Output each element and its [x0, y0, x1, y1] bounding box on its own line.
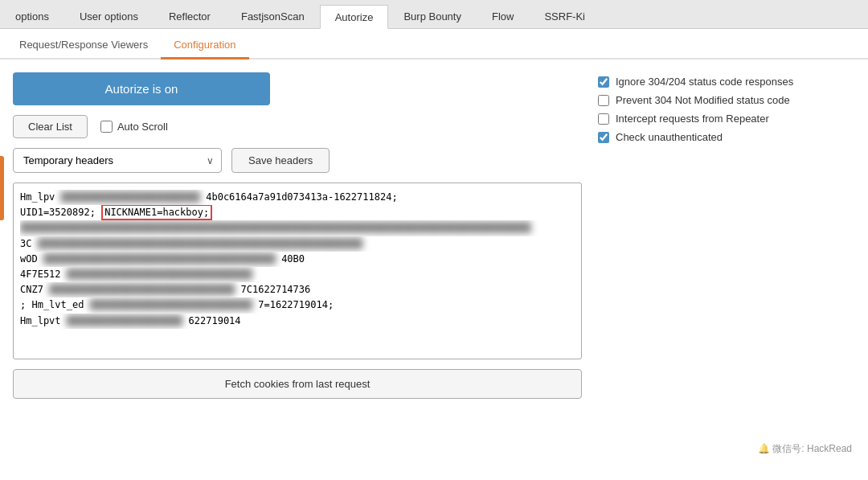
- save-headers-button[interactable]: Save headers: [231, 148, 330, 173]
- header-line-3: ████████████████████████████████████████…: [20, 220, 575, 236]
- sub-tab-bar: Request/Response Viewers Configuration: [0, 29, 868, 59]
- intercept-repeater-checkbox[interactable]: [598, 113, 609, 125]
- header-line-5: wOD ████████████████████████████████████…: [20, 252, 575, 267]
- line4-blurred: ████████████████████████████████████████…: [38, 238, 363, 249]
- header-line-1: Hm_lpv ████████████████████████ 4b0c6164…: [20, 190, 575, 205]
- line7-suffix: 7C1622714736: [241, 284, 311, 295]
- ignore-304-label: Ignore 304/204 status code responses: [616, 76, 793, 88]
- line9-blurred: ████████████████████: [67, 315, 183, 326]
- line6-prefix: 4F7E512: [20, 269, 61, 280]
- tab-fastjsonscan[interactable]: FastjsonScan: [226, 4, 320, 28]
- line8-prefix: ; Hm_lvt_ed: [20, 299, 84, 310]
- sub-tab-request-response[interactable]: Request/Response Viewers: [6, 32, 161, 59]
- content-wrapper: Autorize is on Clear List Auto Scroll Te…: [0, 59, 868, 480]
- header-line-2: UID1=3520892; NICKNAME1=hackboy;: [20, 205, 575, 220]
- auto-scroll-text: Auto Scroll: [117, 121, 168, 133]
- line5-suffix: 40B0: [281, 253, 305, 265]
- left-column: Autorize is on Clear List Auto Scroll Te…: [13, 72, 582, 467]
- sub-tab-configuration[interactable]: Configuration: [161, 32, 248, 59]
- autorize-toggle-button[interactable]: Autorize is on: [13, 72, 270, 105]
- checkbox-item-3: Intercept requests from Repeater: [598, 113, 855, 125]
- main-content: Request/Response Viewers Configuration A…: [0, 29, 868, 480]
- auto-scroll-checkbox[interactable]: [100, 121, 113, 133]
- header-line-9: Hm_lpvt ████████████████████ 622719014: [20, 314, 575, 329]
- headers-select-wrapper: Temporary headers Save headers: [13, 148, 222, 173]
- top-tab-bar: options User options Reflector FastjsonS…: [0, 0, 868, 29]
- right-column: Ignore 304/204 status code responses Pre…: [598, 72, 855, 467]
- line7-prefix: CNZ7: [20, 284, 43, 295]
- line1-suffix: 4b0c6164a7a91d073413a-1622711824;: [206, 191, 397, 203]
- tab-autorize[interactable]: Autorize: [320, 5, 389, 29]
- checkbox-item-2: Prevent 304 Not Modified status code: [598, 94, 855, 106]
- auto-scroll-label: Auto Scroll: [100, 121, 168, 133]
- tab-flow[interactable]: Flow: [477, 4, 529, 28]
- line7-blurred: ████████████████████████████████: [49, 284, 235, 295]
- line8-blurred: ████████████████████████████: [90, 299, 252, 310]
- line4-prefix: 3C: [20, 238, 31, 249]
- line1-blurred: ████████████████████████: [61, 191, 200, 203]
- header-line-4: 3C █████████████████████████████████████…: [20, 236, 575, 252]
- clear-list-button[interactable]: Clear List: [13, 115, 88, 138]
- line2-nickname-highlight: NICKNAME1=hackboy;: [101, 205, 212, 220]
- line2-uid: UID1=3520892;: [20, 207, 101, 218]
- line9-prefix: Hm_lpvt: [20, 315, 61, 326]
- tab-options[interactable]: options: [0, 4, 64, 28]
- line6-blurred: ████████████████████████████████: [67, 269, 252, 280]
- config-panel: Autorize is on Clear List Auto Scroll Te…: [0, 59, 868, 480]
- intercept-repeater-label: Intercept requests from Repeater: [616, 113, 769, 125]
- fetch-cookies-button[interactable]: Fetch cookies from last request: [13, 369, 582, 399]
- line5-prefix: wOD: [20, 253, 38, 265]
- line8-suffix: 7=1622719014;: [258, 299, 334, 310]
- check-unauthenticated-label: Check unauthenticated: [616, 131, 723, 143]
- check-unauthenticated-checkbox[interactable]: [598, 132, 609, 143]
- tab-ssrf[interactable]: SSRF-Ki: [529, 4, 600, 28]
- line3-blurred: ████████████████████████████████████████…: [20, 222, 531, 233]
- checkbox-item-1: Ignore 304/204 status code responses: [598, 76, 855, 88]
- prevent-304-label: Prevent 304 Not Modified status code: [616, 94, 790, 106]
- headers-dropdown[interactable]: Temporary headers Save headers: [13, 148, 222, 173]
- header-line-8: ; Hm_lvt_ed ████████████████████████████…: [20, 297, 575, 313]
- ignore-304-checkbox[interactable]: [598, 76, 609, 88]
- line5-blurred: ████████████████████████████████████████: [43, 253, 276, 265]
- prevent-304-checkbox[interactable]: [598, 95, 609, 106]
- headers-row: Temporary headers Save headers Save head…: [13, 148, 582, 173]
- header-line-7: CNZ7 ████████████████████████████████ 7C…: [20, 282, 575, 297]
- left-accent: [0, 156, 4, 220]
- tab-burp-bounty[interactable]: Burp Bounty: [388, 4, 477, 28]
- controls-row: Clear List Auto Scroll: [13, 115, 582, 138]
- header-line-6: 4F7E512 ████████████████████████████████: [20, 267, 575, 282]
- tab-user-options[interactable]: User options: [64, 4, 154, 28]
- tab-reflector[interactable]: Reflector: [154, 4, 226, 28]
- headers-display-area[interactable]: Hm_lpv ████████████████████████ 4b0c6164…: [13, 183, 582, 359]
- line9-suffix: 622719014: [189, 315, 241, 326]
- checkbox-item-4: Check unauthenticated: [598, 131, 855, 143]
- line1-prefix: Hm_lpv: [20, 191, 55, 203]
